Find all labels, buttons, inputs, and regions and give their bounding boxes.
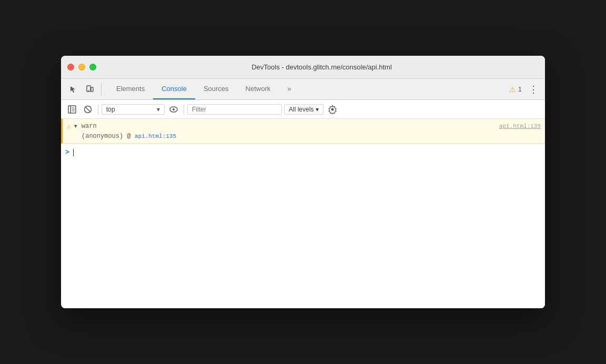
inspect-element-button[interactable] <box>65 82 80 97</box>
tab-bar: Elements Console Sources Network » ⚠ 1 ⋮ <box>61 79 545 100</box>
close-button[interactable] <box>67 64 74 70</box>
tab-divider <box>101 83 102 96</box>
devtools-window: DevTools - devtools.glitch.me/console/ap… <box>61 56 545 308</box>
warning-triangle-icon: ⚠ <box>67 122 71 130</box>
warn-location-link[interactable]: api.html:135 <box>499 123 541 129</box>
context-selector[interactable]: top ▾ <box>102 104 165 115</box>
levels-arrow-icon: ▾ <box>316 106 319 113</box>
console-prompt-line[interactable]: > <box>61 144 545 160</box>
warn-detail: (anonymous) @ api.html:135 <box>67 130 541 140</box>
tab-elements[interactable]: Elements <box>108 79 153 99</box>
svg-point-11 <box>173 108 175 110</box>
context-value: top <box>106 106 115 113</box>
chevron-down-icon: ▾ <box>157 106 160 113</box>
warn-expand-arrow[interactable]: ▼ <box>74 124 77 129</box>
tab-bar-right: ⚠ 1 ⋮ <box>509 82 541 97</box>
prompt-arrow-icon: > <box>65 148 69 156</box>
window-title: DevTools - devtools.glitch.me/console/ap… <box>105 63 539 71</box>
tab-sources[interactable]: Sources <box>195 79 237 99</box>
clear-console-button[interactable] <box>81 103 95 116</box>
tabs-container: Elements Console Sources Network » <box>108 79 505 99</box>
hide-network-button[interactable] <box>167 103 180 116</box>
warn-source-link[interactable]: api.html:135 <box>135 133 176 139</box>
eye-icon <box>169 105 178 114</box>
tab-network[interactable]: Network <box>237 79 279 99</box>
tab-more[interactable]: » <box>279 79 299 99</box>
warning-badge[interactable]: ⚠ 1 <box>509 85 522 94</box>
svg-line-9 <box>86 107 90 112</box>
levels-label: All levels <box>289 106 314 113</box>
device-toggle-button[interactable] <box>82 82 97 97</box>
tab-console[interactable]: Console <box>153 79 195 99</box>
svg-rect-1 <box>91 87 93 92</box>
sidebar-icon <box>68 105 76 114</box>
ellipsis-icon: ⋮ <box>529 84 539 95</box>
tab-bar-tools <box>65 82 104 97</box>
warning-count: 1 <box>518 85 522 93</box>
console-toolbar: top ▾ All levels ▾ <box>61 100 545 119</box>
device-icon <box>85 85 94 94</box>
warn-header: ⚠ ▼ warn api.html:135 <box>67 122 541 130</box>
warn-detail-prefix: (anonymous) @ <box>82 133 135 140</box>
filter-wrapper[interactable] <box>187 104 282 115</box>
filter-input[interactable] <box>192 106 277 113</box>
warn-log-entry: ⚠ ▼ warn api.html:135 (anonymous) @ api.… <box>61 119 545 144</box>
toolbar-divider-2 <box>184 104 184 115</box>
title-bar: DevTools - devtools.glitch.me/console/ap… <box>61 56 545 79</box>
maximize-button[interactable] <box>89 64 96 70</box>
more-options-button[interactable]: ⋮ <box>526 82 541 97</box>
sidebar-toggle-button[interactable] <box>65 103 79 116</box>
toolbar-divider-1 <box>98 104 98 115</box>
log-levels-dropdown[interactable]: All levels ▾ <box>284 104 324 115</box>
warning-icon: ⚠ <box>509 85 516 94</box>
console-content: ⚠ ▼ warn api.html:135 (anonymous) @ api.… <box>61 119 545 308</box>
settings-button[interactable] <box>326 103 339 116</box>
svg-point-12 <box>331 108 334 110</box>
traffic-lights <box>67 64 96 70</box>
minimize-button[interactable] <box>78 64 85 70</box>
cursor-icon <box>68 85 77 94</box>
warn-left: ⚠ ▼ warn <box>67 122 97 130</box>
gear-icon <box>328 105 337 114</box>
cursor-blink <box>73 149 74 156</box>
clear-icon <box>84 105 92 114</box>
warn-type-label: warn <box>82 123 97 130</box>
